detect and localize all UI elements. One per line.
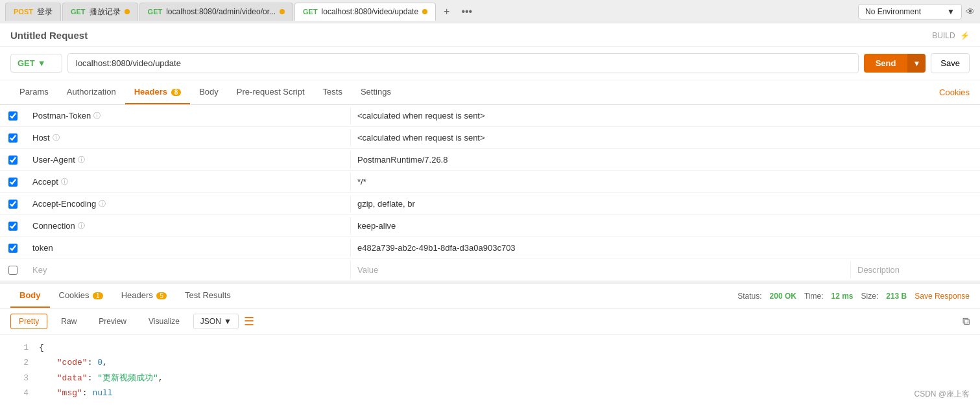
resp-tab-body[interactable]: Body <box>10 284 50 308</box>
raw-button[interactable]: Raw <box>53 314 85 329</box>
preview-button[interactable]: Preview <box>90 314 135 329</box>
row-checkbox-1[interactable] <box>0 133 26 143</box>
header-value-4: gzip, deflate, br <box>350 195 980 213</box>
tab-tests[interactable]: Tests <box>314 80 352 104</box>
table-row: Connection ⓘ keep-alive <box>0 215 980 237</box>
tab-method-post: POST <box>14 8 33 16</box>
tab-method-get: GET <box>303 8 318 16</box>
line-number: 5 <box>10 401 29 405</box>
header-value-3: */* <box>350 173 980 191</box>
tab-headers[interactable]: Headers 8 <box>125 80 191 104</box>
env-dropdown[interactable]: No Environment ▼ <box>858 4 962 19</box>
cookies-link[interactable]: Cookies <box>939 87 970 97</box>
response-tabs-bar: Body Cookies 1 Headers 5 Test Results St… <box>0 284 980 308</box>
code-key: "data" <box>57 373 88 383</box>
line-number: 4 <box>10 386 29 400</box>
chevron-down-icon: ▼ <box>947 7 955 16</box>
header-key-1: Host ⓘ <box>26 129 350 146</box>
row-checkbox-6[interactable] <box>0 244 26 253</box>
table-row: Accept-Encoding ⓘ gzip, deflate, br <box>0 193 980 215</box>
size-value: 213 B <box>886 292 907 301</box>
header-value-0: <calculated when request is sent> <box>350 107 980 124</box>
info-icon: ⓘ <box>53 133 60 143</box>
tab-authorization[interactable]: Authorization <box>58 80 125 104</box>
copy-icon[interactable]: ⧉ <box>962 316 970 327</box>
header-key-3: Accept ⓘ <box>26 173 350 191</box>
new-row-checkbox[interactable] <box>0 266 26 275</box>
row-checkbox-2[interactable] <box>0 156 26 165</box>
table-row: User-Agent ⓘ PostmanRuntime/7.26.8 <box>0 149 980 171</box>
resp-tab-cookies[interactable]: Cookies 1 <box>50 284 112 308</box>
add-tab-button[interactable]: + <box>440 5 453 19</box>
info-icon: ⓘ <box>78 221 85 231</box>
code-key: "msg" <box>57 388 82 398</box>
tab-get-playback[interactable]: GET 播放记录 <box>62 3 138 21</box>
info-icon: ⓘ <box>99 199 106 209</box>
code-value: null <box>92 388 112 398</box>
code-line-1: 1{ <box>10 340 970 355</box>
tab-label: 播放记录 <box>90 6 121 17</box>
url-bar: GET ▼ Send ▼ Save <box>0 47 980 80</box>
status-value: 200 OK <box>770 292 796 301</box>
tab-method-get: GET <box>71 8 86 16</box>
header-value-5: keep-alive <box>350 217 980 235</box>
tab-settings[interactable]: Settings <box>352 80 400 104</box>
tab-prerequest[interactable]: Pre-request Script <box>228 80 314 104</box>
header-value-2: PostmanRuntime/7.26.8 <box>350 151 980 168</box>
size-label: Size: <box>861 292 879 301</box>
tab-get-video-update[interactable]: GET localhost:8080/video/update <box>294 3 436 21</box>
status-label: Status: <box>737 292 761 301</box>
time-label: Time: <box>804 292 824 301</box>
format-select[interactable]: JSON ▼ <box>193 314 239 329</box>
tab-actions: + ••• <box>440 5 476 19</box>
method-chevron-icon: ▼ <box>38 58 46 68</box>
header-key-6: token <box>26 239 350 257</box>
env-selector: No Environment ▼ 👁 <box>858 4 975 19</box>
header-value-6: e482a739-ab2c-49b1-8dfa-d3a0a903c703 <box>350 239 980 257</box>
header-key-0: Postman-Token ⓘ <box>26 107 350 124</box>
resp-tab-headers[interactable]: Headers 5 <box>112 284 176 308</box>
env-label: No Environment <box>865 7 921 16</box>
build-label: BUILD ⚡ <box>932 31 970 40</box>
tab-get-admin-video[interactable]: GET localhost:8080/admin/video/or... <box>139 3 293 21</box>
tab-params[interactable]: Params <box>10 80 58 104</box>
code-value: "更新视频成功" <box>97 373 158 383</box>
code-key: "code" <box>57 358 88 367</box>
tab-bar: POST 登录 GET 播放记录 GET localhost:8080/admi… <box>0 0 980 23</box>
send-group: Send ▼ <box>864 54 926 73</box>
tab-post-login[interactable]: POST 登录 <box>5 3 61 21</box>
header-key-5: Connection ⓘ <box>26 217 350 235</box>
visualize-button[interactable]: Visualize <box>140 314 188 329</box>
new-header-desc: Description <box>850 261 980 279</box>
more-tabs-button[interactable]: ••• <box>457 5 476 19</box>
new-header-value[interactable]: Value <box>350 261 850 279</box>
row-checkbox-4[interactable] <box>0 200 26 209</box>
row-checkbox-5[interactable] <box>0 222 26 231</box>
pretty-button[interactable]: Pretty <box>10 314 47 329</box>
wrap-icon[interactable]: ☰ <box>244 314 254 329</box>
eye-icon[interactable]: 👁 <box>966 6 975 17</box>
code-content: { <box>39 343 44 353</box>
tab-label: localhost:8080/admin/video/or... <box>166 7 276 16</box>
tab-method-get: GET <box>148 8 163 16</box>
tab-dot <box>280 9 285 14</box>
code-toolbar: Pretty Raw Preview Visualize JSON ▼ ☰ ⧉ <box>0 308 980 335</box>
code-line-4: 4 "msg": null <box>10 386 970 400</box>
save-button[interactable]: Save <box>931 53 970 73</box>
row-checkbox-0[interactable] <box>0 111 26 121</box>
new-header-key[interactable]: Key <box>26 261 350 279</box>
send-dropdown-button[interactable]: ▼ <box>907 54 926 73</box>
request-title: Untitled Request <box>10 30 970 41</box>
resp-tab-test-results[interactable]: Test Results <box>176 284 240 308</box>
save-response-button[interactable]: Save Response <box>914 292 970 301</box>
method-select[interactable]: GET ▼ <box>10 54 62 73</box>
send-button[interactable]: Send <box>864 54 908 73</box>
code-line-2: 2 "code": 0, <box>10 355 970 370</box>
cookies-badge: 1 <box>93 292 103 299</box>
header-key-4: Accept-Encoding ⓘ <box>26 195 350 213</box>
response-section: Body Cookies 1 Headers 5 Test Results St… <box>0 281 980 405</box>
tab-body[interactable]: Body <box>190 80 228 104</box>
code-line-5: 5} <box>10 401 970 405</box>
url-input[interactable] <box>67 53 859 73</box>
row-checkbox-3[interactable] <box>0 178 26 187</box>
